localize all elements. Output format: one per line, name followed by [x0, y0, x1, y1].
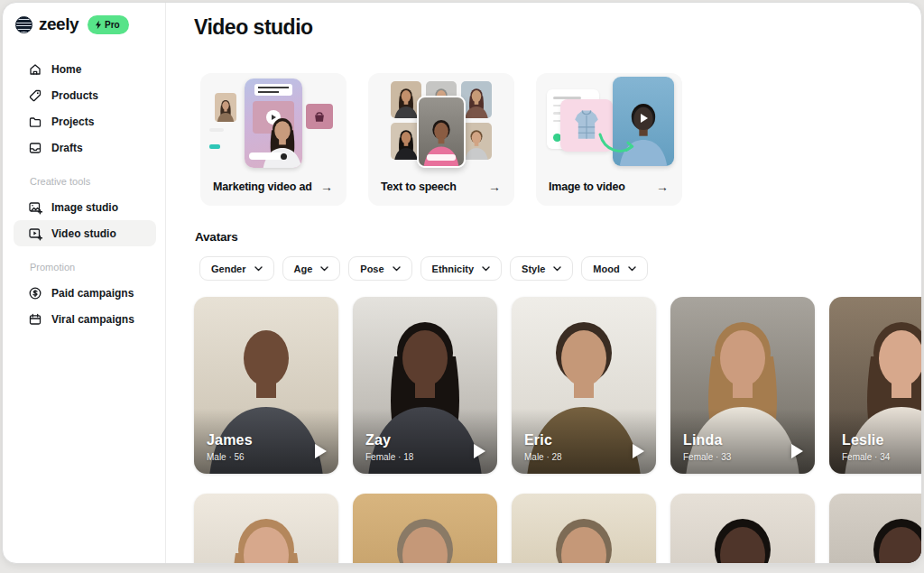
avatar-row: [194, 494, 921, 563]
sidebar-nav: Home Products Projects Drafts Creative t…: [15, 56, 154, 332]
avatar-photo: [194, 494, 338, 563]
filter-mood[interactable]: Mood: [581, 256, 647, 281]
brand-name: zeely: [39, 14, 79, 34]
phone-mockup: [245, 79, 302, 168]
avatar-card[interactable]: [194, 494, 338, 563]
filter-gender[interactable]: Gender: [199, 256, 274, 281]
play-icon[interactable]: [474, 444, 485, 458]
tool-card-label: Image to video: [549, 180, 625, 193]
avatar-card-linda[interactable]: Linda Female · 33: [670, 297, 815, 474]
filter-label: Pose: [360, 263, 383, 274]
chevron-down-icon: [553, 266, 561, 272]
avatar-card[interactable]: [512, 494, 656, 563]
lightning-icon: [95, 20, 102, 30]
avatar-name: Zay: [365, 432, 413, 448]
avatar-card[interactable]: [829, 494, 921, 563]
arrow-right-icon: →: [656, 180, 669, 193]
avatar-card-leslie[interactable]: Leslie Female · 34: [829, 297, 921, 474]
avatar-grid: James Male · 56 Zay Female · 18: [194, 297, 921, 563]
tool-card-footer: Image to video →: [536, 168, 682, 193]
avatar-name: Linda: [683, 432, 731, 448]
drafts-icon: [28, 141, 42, 155]
chevron-down-icon: [393, 266, 401, 272]
avatar-info: Eric Male · 28: [524, 432, 562, 462]
avatar-photo: [512, 494, 656, 563]
page-title: Video studio: [194, 15, 921, 40]
avatar-name: Leslie: [842, 432, 890, 448]
tool-card-label: Text to speech: [381, 180, 457, 193]
avatar-meta: Male · 56: [207, 452, 253, 462]
sidebar-item-label: Paid campaigns: [51, 287, 134, 300]
tool-card-image-to-video[interactable]: Image to video →: [536, 73, 682, 206]
chat-bubble: [254, 84, 292, 96]
tag-icon: [28, 88, 42, 103]
filter-pose[interactable]: Pose: [348, 256, 411, 281]
avatar-meta: Female · 33: [683, 452, 731, 462]
filter-style[interactable]: Style: [510, 256, 573, 281]
filter-label: Mood: [593, 263, 619, 274]
play-icon[interactable]: [315, 444, 327, 458]
avatar-name: Eric: [524, 432, 562, 448]
sidebar-item-label: Products: [51, 89, 98, 102]
chevron-down-icon: [628, 266, 636, 272]
sidebar-item-label: Home: [51, 63, 81, 76]
sidebar-item-products[interactable]: Products: [14, 82, 156, 108]
avatar-card[interactable]: [353, 494, 497, 563]
tool-card-footer: Text to speech →: [368, 168, 514, 193]
avatar-card-zay[interactable]: Zay Female · 18: [353, 297, 497, 474]
filter-label: Ethnicity: [432, 263, 474, 274]
dollar-circle-icon: [28, 286, 42, 300]
play-icon[interactable]: [633, 444, 644, 458]
play-icon[interactable]: [791, 444, 803, 458]
filter-age[interactable]: Age: [282, 256, 341, 281]
avatar-meta: Male · 28: [524, 452, 562, 462]
avatar-photo: [353, 494, 497, 563]
image-plus-icon: [28, 200, 42, 215]
filter-label: Style: [522, 263, 545, 274]
decor-pill: [209, 144, 220, 149]
pro-badge[interactable]: Pro: [88, 15, 129, 34]
filter-ethnicity[interactable]: Ethnicity: [420, 256, 502, 281]
sidebar-item-label: Projects: [51, 116, 94, 128]
chevron-down-icon: [482, 266, 490, 272]
avatar-card-eric[interactable]: Eric Male · 28: [512, 297, 656, 474]
avatar-info: James Male · 56: [207, 432, 253, 462]
sidebar: zeely Pro Home Products Projects Drafts: [3, 3, 166, 563]
arrow-right-icon: →: [488, 180, 501, 193]
pro-badge-label: Pro: [105, 20, 120, 30]
text-to-speech-illustration: [368, 76, 514, 168]
sidebar-item-paid-campaigns[interactable]: Paid campaigns: [14, 280, 156, 306]
tool-card-label: Marketing video ad: [213, 180, 312, 193]
avatar-photo: [829, 494, 921, 563]
avatar-name: James: [207, 432, 253, 448]
sidebar-item-image-studio[interactable]: Image studio: [14, 194, 156, 220]
image-to-video-illustration: [536, 76, 682, 168]
tool-card-marketing-video-ad[interactable]: Marketing video ad →: [200, 73, 346, 206]
avatar-info: Linda Female · 33: [683, 432, 731, 462]
sidebar-item-projects[interactable]: Projects: [14, 108, 156, 134]
photo-tile: [215, 93, 236, 122]
arrow-right-icon: →: [320, 180, 333, 193]
sidebar-section-label: Creative tools: [30, 176, 154, 187]
chevron-down-icon: [320, 266, 328, 272]
sidebar-section-label: Promotion: [30, 262, 154, 273]
avatar-meta: Female · 18: [365, 452, 413, 462]
avatar-card[interactable]: [670, 494, 815, 563]
sidebar-item-home[interactable]: Home: [14, 56, 156, 82]
phone-mockup: [417, 96, 466, 168]
avatar-card-james[interactable]: James Male · 56: [194, 297, 338, 474]
tool-card-text-to-speech[interactable]: Text to speech →: [368, 73, 514, 206]
chevron-down-icon: [254, 266, 263, 272]
sidebar-item-drafts[interactable]: Drafts: [14, 134, 156, 161]
sidebar-item-viral-campaigns[interactable]: Viral campaigns: [14, 306, 156, 332]
green-arrow-icon: [596, 128, 641, 159]
sidebar-item-label: Drafts: [51, 142, 83, 154]
filter-label: Age: [294, 263, 313, 274]
home-icon: [28, 62, 42, 77]
avatar-row: James Male · 56 Zay Female · 18: [194, 297, 921, 474]
filter-label: Gender: [211, 263, 246, 274]
sidebar-item-video-studio[interactable]: Video studio: [14, 220, 156, 246]
avatar-filters: Gender Age Pose Ethnicity Style Mood: [199, 256, 921, 281]
calendar-icon: [28, 312, 42, 327]
folder-icon: [28, 115, 42, 129]
